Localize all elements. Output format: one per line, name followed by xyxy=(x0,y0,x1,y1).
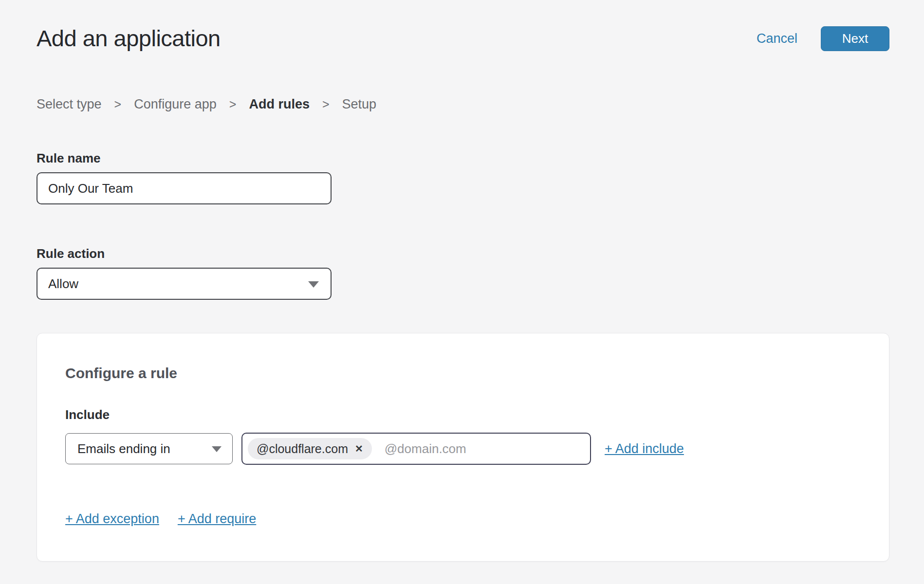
include-rule-row: Emails ending in @cloudflare.com ✕ + Add… xyxy=(65,433,861,465)
rule-name-label: Rule name xyxy=(37,151,889,165)
breadcrumb-separator: > xyxy=(229,96,237,112)
header-actions: Cancel Next xyxy=(757,26,889,51)
breadcrumb-separator: > xyxy=(322,96,330,112)
next-button[interactable]: Next xyxy=(821,26,889,51)
email-domain-text-input[interactable] xyxy=(385,441,585,456)
include-label: Include xyxy=(65,407,861,422)
breadcrumb-step-configure-app[interactable]: Configure app xyxy=(134,96,217,112)
include-criteria-selected-value: Emails ending in xyxy=(77,441,170,456)
rule-name-input[interactable] xyxy=(37,172,332,204)
page-header: Add an application Cancel Next xyxy=(37,23,889,54)
chevron-down-icon xyxy=(212,446,222,452)
chevron-down-icon xyxy=(308,281,319,288)
close-icon[interactable]: ✕ xyxy=(355,444,363,454)
add-require-link[interactable]: + Add require xyxy=(178,511,256,527)
email-domain-tag-input[interactable]: @cloudflare.com ✕ xyxy=(241,433,591,465)
page-title: Add an application xyxy=(37,23,221,54)
tag-label: @cloudflare.com xyxy=(257,442,348,456)
rule-extra-links: + Add exception + Add require xyxy=(65,511,861,527)
add-include-link[interactable]: + Add include xyxy=(605,441,684,456)
breadcrumb-separator: > xyxy=(114,96,122,112)
add-exception-link[interactable]: + Add exception xyxy=(65,511,159,527)
cancel-button[interactable]: Cancel xyxy=(757,31,797,46)
rule-action-select[interactable]: Allow xyxy=(37,268,332,300)
rule-action-selected-value: Allow xyxy=(48,276,78,292)
rule-action-label: Rule action xyxy=(37,246,889,261)
breadcrumb: Select type > Configure app > Add rules … xyxy=(37,96,889,112)
include-criteria-select[interactable]: Emails ending in xyxy=(65,433,233,464)
breadcrumb-step-setup[interactable]: Setup xyxy=(342,96,377,112)
breadcrumb-step-select-type[interactable]: Select type xyxy=(37,96,102,112)
configure-rule-card: Configure a rule Include Emails ending i… xyxy=(37,333,889,562)
email-domain-tag: @cloudflare.com ✕ xyxy=(248,438,372,459)
card-heading: Configure a rule xyxy=(65,365,861,382)
breadcrumb-step-add-rules[interactable]: Add rules xyxy=(249,96,310,112)
